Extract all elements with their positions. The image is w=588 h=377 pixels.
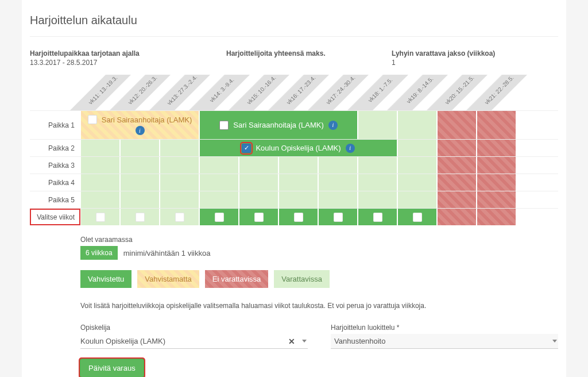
slot-available[interactable] bbox=[80, 157, 120, 174]
slot-available[interactable] bbox=[278, 191, 318, 208]
slot-available[interactable] bbox=[160, 140, 199, 156]
slot-unavailable bbox=[437, 174, 477, 191]
slot-unavailable bbox=[477, 191, 516, 208]
legend-unavailable: Ei varattavissa bbox=[205, 270, 269, 288]
week-checkbox-checked[interactable] bbox=[239, 209, 278, 225]
row-label: Paikka 1 bbox=[30, 111, 80, 139]
slot-available[interactable] bbox=[239, 191, 278, 208]
slot-available[interactable] bbox=[160, 174, 199, 191]
week-checkbox-checked[interactable] bbox=[397, 209, 437, 225]
category-select[interactable]: Vanhustenhoito bbox=[331, 334, 558, 349]
select-weeks-label: Valitse viikot bbox=[30, 209, 80, 225]
chevron-down-icon[interactable] bbox=[302, 340, 307, 343]
clear-icon[interactable]: ✕ bbox=[288, 337, 295, 346]
slot-available[interactable] bbox=[397, 191, 437, 208]
student-label: Opiskelija bbox=[80, 324, 308, 332]
week-checkbox[interactable] bbox=[160, 209, 199, 225]
page: Harjoittelun aikataulu Harjoittelupaikka… bbox=[22, 0, 566, 377]
slot-available[interactable] bbox=[160, 191, 199, 208]
legend: Vahvistettu Vahvistamatta Ei varattaviss… bbox=[80, 270, 558, 288]
slot-available[interactable] bbox=[160, 157, 199, 174]
slot-unavailable bbox=[477, 111, 516, 139]
slot-available[interactable] bbox=[80, 140, 120, 156]
meta-offered-label: Harjoittelupaikkaa tarjotaan ajalla bbox=[30, 49, 226, 57]
checkbox-icon[interactable] bbox=[88, 115, 97, 124]
meta-trainees: Harjoittelijoita yhteensä maks. bbox=[226, 49, 392, 67]
slot-available[interactable] bbox=[239, 174, 278, 191]
booking-confirmed[interactable]: Sari Sairaanhoitaja (LAMK) i bbox=[199, 111, 358, 139]
min-weeks-text: minimi/vähintään 1 viikkoa bbox=[123, 249, 211, 257]
week-checkbox-checked[interactable] bbox=[199, 209, 239, 225]
meta-offered: Harjoittelupaikkaa tarjotaan ajalla 13.3… bbox=[30, 49, 226, 67]
info-icon[interactable]: i bbox=[136, 126, 145, 135]
select-weeks-row: Valitse viikot bbox=[30, 208, 558, 225]
week-checkbox-checked[interactable] bbox=[318, 209, 358, 225]
slot-available[interactable] bbox=[80, 191, 120, 208]
slot-unavailable bbox=[477, 174, 516, 191]
chevron-down-icon[interactable] bbox=[552, 340, 557, 343]
slot-available[interactable] bbox=[397, 157, 437, 174]
slot-available[interactable] bbox=[358, 191, 397, 208]
row-label: Paikka 3 bbox=[30, 157, 80, 174]
week-checkbox[interactable] bbox=[120, 209, 160, 225]
meta-trainees-label: Harjoittelijoita yhteensä maks. bbox=[226, 49, 392, 57]
meta-row: Harjoittelupaikkaa tarjotaan ajalla 13.3… bbox=[30, 49, 558, 67]
slot-available[interactable] bbox=[199, 174, 239, 191]
week-checkbox-checked[interactable] bbox=[278, 209, 318, 225]
slot-unavailable bbox=[437, 209, 477, 225]
slot-available[interactable] bbox=[120, 174, 160, 191]
category-field: Harjoittelun luokittelu * Vanhustenhoito bbox=[331, 324, 558, 349]
info-icon[interactable]: i bbox=[346, 144, 355, 153]
checkbox-icon[interactable]: ✓ bbox=[242, 144, 251, 153]
meta-min-value: 1 bbox=[392, 59, 558, 67]
slot-available[interactable] bbox=[397, 111, 437, 139]
weeks-count-badge: 6 viikkoa bbox=[80, 246, 118, 260]
slot-available[interactable] bbox=[318, 157, 358, 174]
page-title: Harjoittelun aikataulu bbox=[30, 14, 558, 37]
assignee-name: Koulun Opiskelija (LAMK) bbox=[256, 144, 341, 152]
slot-unavailable bbox=[477, 209, 516, 225]
slot-available[interactable] bbox=[80, 174, 120, 191]
slot-unavailable bbox=[477, 157, 516, 174]
paikka-5-row: Paikka 5 bbox=[30, 191, 558, 208]
checkbox-icon[interactable] bbox=[219, 121, 229, 130]
slot-available[interactable] bbox=[120, 157, 160, 174]
slot-available[interactable] bbox=[318, 191, 358, 208]
slot-unavailable bbox=[437, 191, 477, 208]
slot-available[interactable] bbox=[120, 140, 160, 156]
week-header: vk21: 22.-28.5. bbox=[477, 75, 516, 110]
slot-available[interactable] bbox=[278, 157, 318, 174]
slot-available[interactable] bbox=[239, 157, 278, 174]
assignee-name: Sari Sairaanhoitaja (LAMK) bbox=[102, 116, 192, 124]
paikka-1-row: Paikka 1 Sari Sairaanhoitaja (LAMK) i Sa… bbox=[30, 110, 558, 139]
slot-available[interactable] bbox=[120, 191, 160, 208]
slot-available[interactable] bbox=[199, 191, 239, 208]
form-row: Opiskelija Koulun Opiskelija (LAMK) ✕ Ha… bbox=[80, 324, 558, 349]
booking-unconfirmed[interactable]: Sari Sairaanhoitaja (LAMK) i bbox=[80, 111, 199, 139]
legend-available: Varattavissa bbox=[274, 270, 330, 288]
reserving-label: Olet varaamassa bbox=[80, 236, 558, 244]
slot-unavailable bbox=[437, 157, 477, 174]
student-select[interactable]: Koulun Opiskelija (LAMK) ✕ bbox=[80, 334, 308, 349]
slot-available[interactable] bbox=[358, 111, 397, 139]
slot-available[interactable] bbox=[397, 140, 437, 156]
slot-available[interactable] bbox=[199, 157, 239, 174]
info-icon[interactable]: i bbox=[328, 121, 338, 130]
paikka-2-row: Paikka 2 ✓ Koulun Opiskelija (LAMK) i bbox=[30, 139, 558, 156]
week-checkbox[interactable] bbox=[80, 209, 120, 225]
slot-available[interactable] bbox=[397, 174, 437, 191]
row-label: Paikka 5 bbox=[30, 191, 80, 208]
category-value: Vanhustenhoito bbox=[334, 337, 385, 345]
slot-available[interactable] bbox=[358, 174, 397, 191]
category-label: Harjoittelun luokittelu * bbox=[331, 324, 558, 332]
lower-section: Olet varaamassa 6 viikkoa minimi/vähintä… bbox=[80, 236, 558, 377]
assignee-name: Sari Sairaanhoitaja (LAMK) bbox=[233, 121, 324, 129]
update-button[interactable]: Päivitä varaus bbox=[80, 359, 144, 377]
slot-available[interactable] bbox=[358, 157, 397, 174]
legend-unconfirmed: Vahvistamatta bbox=[137, 270, 199, 288]
slot-available[interactable] bbox=[278, 174, 318, 191]
meta-offered-value: 13.3.2017 - 28.5.2017 bbox=[30, 59, 226, 67]
week-checkbox-checked[interactable] bbox=[358, 209, 397, 225]
booking-confirmed[interactable]: ✓ Koulun Opiskelija (LAMK) i bbox=[199, 140, 397, 156]
slot-available[interactable] bbox=[318, 174, 358, 191]
